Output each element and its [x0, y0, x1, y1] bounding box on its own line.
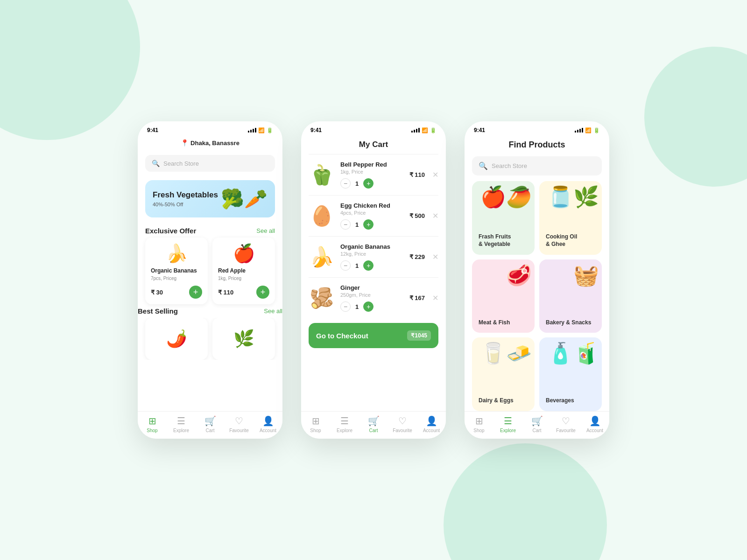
checkout-button[interactable]: Go to Checkout ₹1045	[309, 323, 438, 348]
status-bar-2: 9:41 📶 🔋	[301, 121, 446, 136]
battery-icon-1: 🔋	[267, 127, 273, 133]
cart-icon-cart: 🛒	[368, 415, 380, 427]
phones-container: 9:41 📶 🔋 📍 Dhaka, Banassre	[128, 103, 619, 457]
category-oil[interactable]: 🫙🌿 Cooking Oil& Ghee	[539, 181, 602, 255]
nav-explore-cart[interactable]: ☰ Explore	[330, 415, 359, 433]
banana-sub: 12kg, Price	[340, 251, 404, 257]
nav-shop-home[interactable]: ⊞ Shop	[138, 415, 167, 433]
fruits-label: Frash Fruits& Vegetable	[479, 233, 511, 248]
beverages-emoji: 🧴🧃	[548, 341, 599, 365]
nav-cart-explore[interactable]: 🛒 Cart	[522, 415, 551, 433]
explore-search-placeholder: Search Store	[492, 162, 527, 169]
pepper-name: Bell Pepper Red	[340, 161, 404, 168]
ginger-minus[interactable]: −	[340, 301, 351, 312]
location-row: 📍 Dhaka, Banassre	[147, 139, 273, 147]
bg-decoration-2	[444, 443, 607, 560]
egg-plus[interactable]: +	[363, 219, 374, 230]
banana-plus[interactable]: +	[363, 260, 374, 271]
fav-icon-cart: ♡	[398, 415, 407, 427]
cart-title: My Cart	[301, 136, 446, 154]
shop-icon: ⊞	[148, 415, 156, 427]
ginger-plus[interactable]: +	[363, 301, 374, 312]
category-fruits[interactable]: 🍎🥭 Frash Fruits& Vegetable	[472, 181, 535, 255]
signal-icon-3	[575, 128, 583, 133]
search-icon-explore: 🔍	[479, 161, 488, 170]
status-bar-1: 9:41 📶 🔋	[138, 121, 282, 136]
explore-search-bar[interactable]: 🔍 Search Store	[472, 156, 602, 175]
home-search-bar[interactable]: 🔍 Search Store	[145, 155, 275, 172]
bg-decoration-3	[644, 47, 747, 187]
phone-cart: 9:41 📶 🔋 My Cart 🫑 Bell Pepper	[301, 121, 446, 439]
nav-cart-label-cart: Cart	[369, 428, 378, 433]
nav-shop-cart[interactable]: ⊞ Shop	[301, 415, 330, 433]
bananas-desc: 7pcs, Priceg	[151, 276, 202, 281]
banana-remove[interactable]: ✕	[432, 252, 438, 261]
status-icons-1: 📶 🔋	[248, 127, 273, 133]
search-icon-home: 🔍	[152, 160, 160, 167]
find-products-title: Find Products	[465, 136, 609, 154]
banana-emoji: 🍌	[309, 245, 335, 268]
status-bar-3: 9:41 📶 🔋	[465, 121, 609, 136]
wifi-icon-1: 📶	[258, 127, 265, 133]
cart-item-ginger: 🫚 Ginger 250gm, Price − 1 + ₹ 167 ✕	[301, 278, 446, 318]
category-beverages[interactable]: 🧴🧃 Beverages	[539, 337, 602, 411]
category-dairy[interactable]: 🥛🧈 Dairy & Eggs	[472, 337, 535, 411]
banner-title: Fresh Vegetables	[153, 190, 218, 200]
nav-shop-explore[interactable]: ⊞ Shop	[465, 415, 493, 433]
nav-explore-label-cart: Explore	[337, 428, 352, 433]
category-bakery[interactable]: 🧺 Bakery & Snacks	[539, 259, 602, 333]
nav-favourite-home[interactable]: ♡ Favourite	[225, 415, 254, 433]
bs-card-2: 🌿	[212, 318, 275, 360]
ginger-sub: 250gm, Price	[340, 292, 404, 298]
oil-emoji: 🫙🌿	[548, 185, 599, 209]
nav-explore-explore[interactable]: ☰ Explore	[493, 415, 522, 433]
product-bananas[interactable]: 🍌 Organic Bananas 7pcs, Priceg ₹ 30 +	[145, 238, 208, 304]
nav-account-home[interactable]: 👤 Account	[254, 415, 282, 433]
add-apple-button[interactable]: +	[256, 286, 269, 299]
pepper-plus[interactable]: +	[363, 178, 374, 189]
best-selling-products: 🌶️ 🌿	[138, 318, 282, 360]
meat-emoji: 🥩	[506, 263, 532, 287]
bg-decoration-1	[0, 0, 140, 140]
bananas-price: ₹ 30	[151, 289, 163, 296]
cart-item-pepper: 🫑 Bell Pepper Red 1kg, Price − 1 + ₹ 110…	[301, 154, 446, 195]
account-icon-home: 👤	[262, 415, 274, 427]
apple-emoji: 🍎	[218, 243, 269, 264]
nav-shop-label-cart: Shop	[310, 428, 321, 433]
cart-icon-home: 🛒	[204, 415, 216, 427]
nav-explore-home[interactable]: ☰ Explore	[167, 415, 196, 433]
apple-desc: 1kg, Priceg	[218, 276, 269, 281]
nav-account-explore[interactable]: 👤 Account	[580, 415, 609, 433]
egg-minus[interactable]: −	[340, 219, 351, 230]
add-bananas-button[interactable]: +	[189, 286, 202, 299]
cart-icon-explore: 🛒	[531, 415, 543, 427]
category-meat[interactable]: 🥩 Meat & Fish	[472, 259, 535, 333]
banana-qty-row: − 1 +	[340, 260, 404, 271]
nav-cart-cart[interactable]: 🛒 Cart	[359, 415, 388, 433]
ginger-qty: 1	[355, 303, 359, 310]
wifi-icon-2: 📶	[422, 127, 428, 133]
oil-label: Cooking Oil& Ghee	[546, 233, 577, 248]
nav-favourite-explore[interactable]: ♡ Favourite	[551, 415, 580, 433]
apple-name: Red Apple	[218, 267, 269, 274]
ginger-remove[interactable]: ✕	[432, 294, 438, 302]
nav-favourite-cart[interactable]: ♡ Favourite	[388, 415, 417, 433]
time-3: 9:41	[474, 127, 485, 133]
battery-icon-2: 🔋	[430, 127, 437, 133]
pepper-remove[interactable]: ✕	[432, 170, 438, 179]
meat-label: Meat & Fish	[479, 319, 510, 327]
best-selling-see-all[interactable]: See all	[264, 308, 282, 315]
bananas-name: Organic Bananas	[151, 267, 202, 274]
pepper-minus[interactable]: −	[340, 178, 351, 189]
pepper-price: ₹ 110	[409, 171, 425, 178]
nav-account-cart[interactable]: 👤 Account	[417, 415, 446, 433]
pin-icon: 📍	[181, 139, 189, 147]
product-apple[interactable]: 🍎 Red Apple 1kg, Priceg ₹ 110 +	[212, 238, 275, 304]
nav-cart-home[interactable]: 🛒 Cart	[196, 415, 225, 433]
egg-remove[interactable]: ✕	[432, 211, 438, 220]
status-icons-3: 📶 🔋	[575, 127, 600, 133]
banana-info: Organic Bananas 12kg, Price − 1 +	[340, 243, 404, 271]
banner-emoji: 🥦🥕	[221, 188, 268, 210]
banana-minus[interactable]: −	[340, 260, 351, 271]
exclusive-offer-see-all[interactable]: See all	[256, 227, 275, 234]
